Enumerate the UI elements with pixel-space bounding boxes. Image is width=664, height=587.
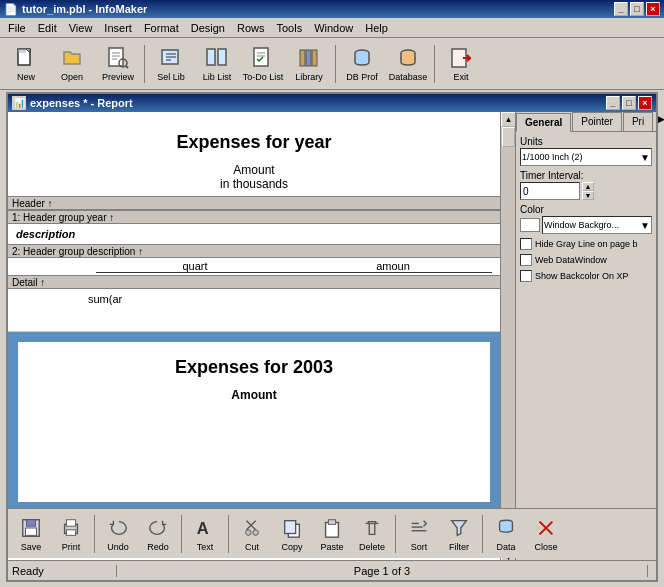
inner-window-icon: 📊: [12, 96, 26, 110]
amount-label: Amount in thousands: [8, 163, 500, 191]
timer-spinner-buttons: ▲ ▼: [582, 182, 594, 200]
tab-pointer[interactable]: Pointer: [572, 112, 622, 131]
hide-gray-line-checkbox[interactable]: Hide Gray Line on page b: [520, 238, 652, 250]
menu-help[interactable]: Help: [359, 20, 394, 36]
bottom-sep-2: [181, 515, 182, 553]
status-separator-2: [647, 565, 648, 577]
new-button[interactable]: New: [4, 41, 48, 87]
bottom-sep-4: [395, 515, 396, 553]
menu-rows[interactable]: Rows: [231, 20, 271, 36]
properties-body: Units 1/1000 Inch (2) ▼ Timer Interval: …: [516, 132, 656, 286]
vertical-scrollbar[interactable]: ▲ ▼: [500, 112, 515, 565]
menu-design[interactable]: Design: [185, 20, 231, 36]
menu-file[interactable]: File: [2, 20, 32, 36]
menu-edit[interactable]: Edit: [32, 20, 63, 36]
title-bar-buttons: _ □ ×: [614, 2, 660, 16]
menu-view[interactable]: View: [63, 20, 99, 36]
svg-rect-28: [66, 519, 75, 525]
tab-nav-button[interactable]: ▶: [654, 112, 664, 131]
sort-button[interactable]: Sort: [400, 511, 438, 557]
delete-button[interactable]: Delete: [353, 511, 391, 557]
tab-pri[interactable]: Pri: [623, 112, 653, 131]
print-button[interactable]: Print: [52, 511, 90, 557]
timer-up-button[interactable]: ▲: [582, 182, 594, 191]
minimize-button[interactable]: _: [614, 2, 628, 16]
text-icon: A: [193, 516, 217, 540]
show-backcolor-checkbox[interactable]: Show Backcolor On XP: [520, 270, 652, 282]
main-toolbar: New Open Preview Sel Lib Lib List To-Do …: [0, 38, 664, 90]
redo-button[interactable]: Redo: [139, 511, 177, 557]
toolbar-separator-3: [434, 45, 435, 83]
close-button[interactable]: ×: [646, 2, 660, 16]
units-select[interactable]: 1/1000 Inch (2) ▼: [520, 148, 652, 166]
paste-button[interactable]: Paste: [313, 511, 351, 557]
maximize-button[interactable]: □: [630, 2, 644, 16]
scroll-up-button[interactable]: ▲: [501, 112, 516, 127]
svg-rect-25: [26, 519, 35, 525]
lib-list-button[interactable]: Lib List: [195, 41, 239, 87]
undo-button[interactable]: Undo: [99, 511, 137, 557]
svg-line-7: [126, 66, 128, 68]
sel-lib-button[interactable]: Sel Lib: [149, 41, 193, 87]
scroll-track-v[interactable]: [501, 127, 515, 550]
header-band: Header ↑: [8, 196, 500, 210]
timer-down-button[interactable]: ▼: [582, 191, 594, 200]
svg-rect-19: [312, 50, 317, 66]
delete-icon: [360, 516, 384, 540]
close-tool-button[interactable]: Close: [527, 511, 565, 557]
menu-tools[interactable]: Tools: [270, 20, 308, 36]
copy-button[interactable]: Copy: [273, 511, 311, 557]
app-title-bar: 📄 tutor_im.pbl - InfoMaker _ □ ×: [0, 0, 664, 18]
open-button[interactable]: Open: [50, 41, 94, 87]
save-button[interactable]: Save: [12, 511, 50, 557]
timer-label: Timer Interval:: [520, 170, 652, 181]
inner-title-buttons: _ □ ×: [606, 96, 652, 110]
scroll-thumb-v[interactable]: [502, 127, 515, 147]
hide-gray-checkbox-box[interactable]: [520, 238, 532, 250]
new-icon: [14, 46, 38, 70]
bottom-sep-1: [94, 515, 95, 553]
timer-spinner: 0 ▲ ▼: [520, 182, 652, 200]
inner-close-button[interactable]: ×: [638, 96, 652, 110]
app-title: tutor_im.pbl - InfoMaker: [22, 3, 147, 15]
menu-format[interactable]: Format: [138, 20, 185, 36]
exit-button[interactable]: Exit: [439, 41, 483, 87]
todo-list-button[interactable]: To-Do List: [241, 41, 285, 87]
menu-window[interactable]: Window: [308, 20, 359, 36]
toolbar-separator-2: [335, 45, 336, 83]
cut-button[interactable]: Cut: [233, 511, 271, 557]
svg-point-34: [253, 529, 258, 535]
menu-insert[interactable]: Insert: [98, 20, 138, 36]
inner-title-bar: 📊 expenses * - Report _ □ ×: [8, 94, 656, 112]
group2-band: 2: Header group description ↑: [8, 244, 500, 258]
filter-button[interactable]: Filter: [440, 511, 478, 557]
preview-button[interactable]: Preview: [96, 41, 140, 87]
close-icon: [534, 516, 558, 540]
db-prof-button[interactable]: DB Prof: [340, 41, 384, 87]
data-button[interactable]: Data: [487, 511, 525, 557]
properties-tabs: General Pointer Pri ▶: [516, 112, 656, 132]
text-button[interactable]: A Text: [186, 511, 224, 557]
database-button[interactable]: Database: [386, 41, 430, 87]
library-icon: [297, 46, 321, 70]
todolist-icon: [251, 46, 275, 70]
save-icon: [19, 516, 43, 540]
color-select[interactable]: Window Backgro... ▼: [542, 216, 652, 234]
web-datawindow-checkbox[interactable]: Web DataWindow: [520, 254, 652, 266]
svg-rect-26: [26, 528, 37, 535]
inner-window: 📊 expenses * - Report _ □ × Expenses for…: [6, 92, 658, 582]
open-icon: [60, 46, 84, 70]
sum-field: sum(ar: [8, 289, 500, 309]
timer-input[interactable]: 0: [520, 182, 580, 200]
tab-general[interactable]: General: [516, 113, 571, 132]
status-separator-1: [116, 565, 117, 577]
color-dropdown-icon: ▼: [640, 220, 650, 231]
inner-maximize-button[interactable]: □: [622, 96, 636, 110]
svg-rect-13: [218, 49, 226, 65]
bottom-amount: Amount: [18, 378, 490, 402]
web-dw-checkbox-box[interactable]: [520, 254, 532, 266]
inner-minimize-button[interactable]: _: [606, 96, 620, 110]
color-section: Color Window Backgro... ▼: [520, 204, 652, 234]
library-button[interactable]: Library: [287, 41, 331, 87]
backcolor-checkbox-box[interactable]: [520, 270, 532, 282]
